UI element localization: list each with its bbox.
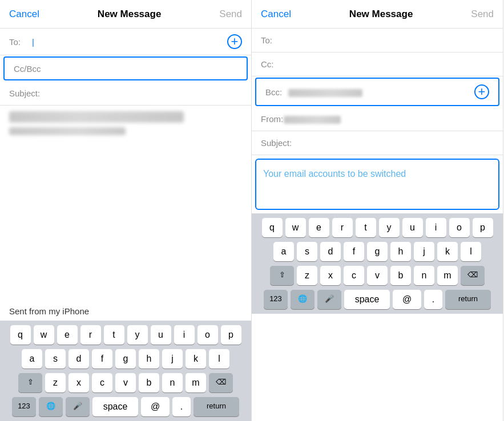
left-to-label: To:	[9, 37, 32, 47]
key-h-right[interactable]: h	[390, 242, 411, 261]
key-a-left[interactable]: a	[22, 349, 42, 369]
key-x-left[interactable]: x	[68, 373, 89, 392]
left-keyboard-row2: a s d f g h j k l	[2, 349, 249, 369]
key-m-right[interactable]: m	[437, 266, 458, 285]
key-f-right[interactable]: f	[344, 242, 364, 261]
key-s-right[interactable]: s	[297, 242, 317, 261]
key-x-right[interactable]: x	[320, 266, 341, 285]
key-r-right[interactable]: r	[332, 218, 353, 237]
key-j-right[interactable]: j	[414, 242, 434, 261]
key-z-left[interactable]: z	[45, 373, 66, 392]
left-to-field[interactable]: To: +	[0, 29, 251, 55]
key-q-left[interactable]: q	[10, 325, 31, 345]
right-return-key[interactable]: return	[445, 290, 491, 309]
key-u-right[interactable]: u	[402, 218, 423, 237]
left-send-button[interactable]: Send	[219, 9, 242, 20]
left-return-key[interactable]: return	[193, 397, 239, 416]
key-m-left[interactable]: m	[186, 373, 206, 392]
left-add-recipient-button[interactable]: +	[227, 34, 242, 49]
right-dot-key[interactable]: .	[424, 290, 442, 309]
left-num-key[interactable]: 123	[12, 397, 36, 416]
right-mic-key[interactable]: 🎤	[317, 290, 341, 309]
key-y-left[interactable]: y	[127, 325, 148, 345]
left-panel: Cancel New Message Send To: + Cc/Bcc Sub…	[0, 0, 252, 421]
key-j-left[interactable]: j	[162, 349, 183, 369]
left-to-input[interactable]	[32, 37, 227, 47]
key-n-left[interactable]: n	[162, 373, 183, 392]
left-cancel-button[interactable]: Cancel	[9, 9, 39, 20]
key-h-left[interactable]: h	[139, 349, 159, 369]
key-t-left[interactable]: t	[104, 325, 124, 345]
key-w-left[interactable]: w	[34, 325, 54, 345]
left-dot-key[interactable]: .	[172, 397, 191, 416]
right-subject-field[interactable]: Subject:	[252, 131, 503, 155]
right-delete-key[interactable]: ⌫	[461, 266, 485, 285]
left-delete-key[interactable]: ⌫	[209, 373, 233, 392]
key-f-left[interactable]: f	[92, 349, 112, 369]
key-b-left[interactable]: b	[139, 373, 159, 392]
right-from-label: From:	[261, 114, 284, 124]
left-shift-key[interactable]: ⇧	[18, 373, 42, 392]
key-v-right[interactable]: v	[367, 266, 388, 285]
key-s-left[interactable]: s	[45, 349, 66, 369]
key-e-right[interactable]: e	[309, 218, 329, 237]
key-e-left[interactable]: e	[57, 325, 78, 345]
key-i-left[interactable]: i	[174, 325, 195, 345]
left-cc-bcc-input[interactable]: Cc/Bcc	[14, 64, 237, 74]
key-d-left[interactable]: d	[68, 349, 89, 369]
key-u-left[interactable]: u	[151, 325, 171, 345]
left-body-area[interactable]	[0, 106, 251, 302]
left-cc-bcc-field[interactable]: Cc/Bcc	[3, 56, 248, 80]
key-r-left[interactable]: r	[80, 325, 101, 345]
right-keyboard-row3: ⇧ z x c v b n m ⌫	[254, 266, 501, 285]
key-o-left[interactable]: o	[197, 325, 218, 345]
key-n-right[interactable]: n	[414, 266, 434, 285]
key-y-right[interactable]: y	[379, 218, 400, 237]
right-shift-key[interactable]: ⇧	[270, 266, 294, 285]
key-b-right[interactable]: b	[390, 266, 411, 285]
key-g-right[interactable]: g	[367, 242, 388, 261]
right-nav-bar: Cancel New Message Send	[252, 0, 503, 29]
right-info-box-text: Your email accounts to be switched	[263, 169, 406, 179]
right-space-key[interactable]: space	[344, 290, 390, 309]
key-v-left[interactable]: v	[115, 373, 136, 392]
key-c-right[interactable]: c	[344, 266, 364, 285]
key-q-right[interactable]: q	[262, 218, 283, 237]
key-l-left[interactable]: l	[209, 349, 229, 369]
right-globe-key[interactable]: 🌐	[291, 290, 315, 309]
left-keyboard: q w e r t y u i o p a s d f g h j k l ⇧ …	[0, 321, 251, 421]
left-keyboard-row4: 123 🌐 🎤 space @ . return	[2, 397, 249, 416]
right-num-key[interactable]: 123	[264, 290, 288, 309]
left-at-key[interactable]: @	[141, 397, 170, 416]
key-i-right[interactable]: i	[426, 218, 446, 237]
key-l-right[interactable]: l	[461, 242, 481, 261]
left-subject-field[interactable]: Subject:	[0, 82, 251, 106]
key-p-left[interactable]: p	[221, 325, 241, 345]
right-cc-label: Cc:	[261, 59, 284, 69]
right-cancel-button[interactable]: Cancel	[261, 9, 291, 20]
key-d-right[interactable]: d	[320, 242, 341, 261]
right-bcc-input[interactable]	[288, 87, 474, 96]
right-from-field[interactable]: From:	[252, 107, 503, 131]
left-globe-key[interactable]: 🌐	[39, 397, 63, 416]
right-at-key[interactable]: @	[393, 290, 421, 309]
key-z-right[interactable]: z	[297, 266, 317, 285]
right-add-bcc-button[interactable]: +	[474, 84, 489, 99]
key-w-right[interactable]: w	[285, 218, 306, 237]
key-t-right[interactable]: t	[356, 218, 376, 237]
key-g-left[interactable]: g	[115, 349, 136, 369]
right-subject-label: Subject:	[261, 138, 292, 148]
right-from-input[interactable]	[284, 114, 494, 124]
right-cc-field[interactable]: Cc:	[252, 52, 503, 76]
key-k-right[interactable]: k	[437, 242, 458, 261]
key-p-right[interactable]: p	[473, 218, 493, 237]
right-to-field[interactable]: To:	[252, 29, 503, 52]
right-send-button[interactable]: Send	[471, 9, 494, 20]
key-a-right[interactable]: a	[273, 242, 294, 261]
key-o-right[interactable]: o	[449, 218, 470, 237]
right-bcc-field[interactable]: Bcc: +	[255, 78, 499, 106]
key-k-left[interactable]: k	[186, 349, 206, 369]
left-mic-key[interactable]: 🎤	[66, 397, 90, 416]
key-c-left[interactable]: c	[92, 373, 112, 392]
left-space-key[interactable]: space	[92, 397, 138, 416]
